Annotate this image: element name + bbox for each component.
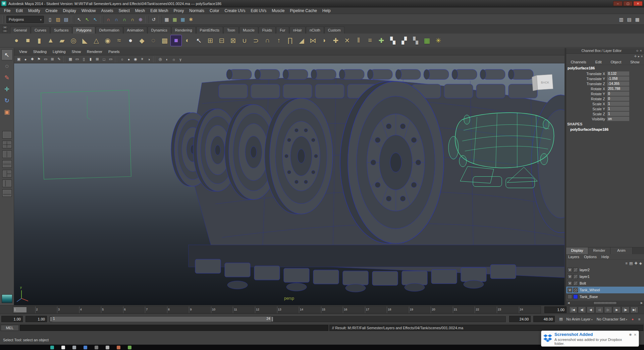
subdiv-proxy-icon[interactable]: ▩ bbox=[159, 35, 170, 46]
open-scene-icon[interactable]: ▨ bbox=[54, 15, 62, 23]
taskbar-app-icon[interactable] bbox=[50, 346, 54, 349]
menu-item[interactable]: Mesh bbox=[132, 7, 148, 14]
current-time-field[interactable]: 1.00 bbox=[544, 306, 567, 313]
channel-box-menu-item[interactable]: Channels bbox=[571, 60, 586, 64]
menu-item[interactable]: Color bbox=[207, 7, 222, 14]
persp-graph-layout[interactable] bbox=[2, 189, 12, 197]
range-start-handle[interactable] bbox=[50, 316, 52, 322]
poly-soccer-ball-icon[interactable]: ● bbox=[125, 35, 136, 46]
menu-item[interactable]: Select bbox=[116, 7, 132, 14]
layer-editor-tab[interactable]: Display bbox=[566, 247, 588, 254]
smooth-shade-mode-icon[interactable]: ● bbox=[125, 56, 132, 62]
shelf-tab[interactable]: Dynamics bbox=[148, 26, 171, 34]
poly-platonic-icon[interactable]: ◆ bbox=[136, 35, 148, 46]
channel-attribute-value[interactable]: -1.058 bbox=[607, 76, 629, 81]
maximize-button[interactable]: ▢ bbox=[623, 1, 633, 6]
shelf-tab[interactable]: Muscle bbox=[239, 26, 258, 34]
panel-menu-item[interactable]: Shading bbox=[30, 50, 50, 54]
group-separator[interactable] bbox=[159, 15, 162, 23]
menu-item[interactable]: Normals bbox=[186, 7, 207, 14]
layer-scrollbar[interactable]: ◀ ▶ bbox=[566, 301, 644, 305]
taskbar-app-icon[interactable] bbox=[72, 346, 76, 349]
menu-item[interactable]: Edit Mesh bbox=[148, 7, 171, 14]
extract-icon[interactable]: ⊠ bbox=[227, 35, 239, 46]
poly-cylinder-icon[interactable]: ▮ bbox=[34, 35, 45, 46]
paint-select-tool[interactable]: ✎ bbox=[1, 72, 13, 83]
layer-row[interactable]: V Bolt bbox=[566, 280, 644, 287]
shelf-tab[interactable]: General bbox=[10, 26, 31, 34]
scrollbar-handle[interactable] bbox=[593, 301, 617, 304]
snap-to-curve-icon[interactable]: ∩ bbox=[112, 15, 120, 23]
channel-attribute-value[interactable]: -14.355 bbox=[607, 81, 629, 86]
anim-layer-icon[interactable]: ▤ bbox=[557, 316, 564, 323]
layer-row[interactable]: V layer2 bbox=[566, 267, 644, 273]
select-by-object-icon[interactable]: ↖ bbox=[83, 15, 91, 23]
playback-start-field[interactable]: 1.00 bbox=[25, 316, 47, 322]
taskbar-app-icon[interactable] bbox=[95, 346, 98, 349]
menu-item[interactable]: Pipeline Cache bbox=[287, 7, 320, 14]
shelf-tab[interactable]: nHair bbox=[289, 26, 306, 34]
panel-menu-item[interactable]: View bbox=[16, 50, 30, 54]
poly-cube-icon[interactable]: ■ bbox=[22, 35, 34, 46]
layer-color-swatch[interactable] bbox=[573, 268, 578, 272]
isolate-select-icon[interactable]: ◎ bbox=[157, 56, 164, 62]
resolution-gate-icon[interactable]: ▯ bbox=[80, 56, 87, 62]
use-all-lights-icon[interactable]: ☀ bbox=[139, 56, 146, 62]
poly-helix-icon[interactable]: ≈ bbox=[113, 35, 125, 46]
poke-icon[interactable]: ✚ bbox=[330, 35, 341, 46]
outliner-persp-layout[interactable] bbox=[2, 180, 12, 187]
step-forward-frame-button[interactable]: |▶ bbox=[622, 306, 630, 313]
rotate-tool[interactable]: ↻ bbox=[1, 95, 13, 106]
wireframe-mode-icon[interactable]: ○ bbox=[119, 56, 125, 62]
scroll-right-icon[interactable]: ▶ bbox=[639, 301, 644, 304]
two-pane-stacked-layout[interactable] bbox=[2, 160, 12, 168]
snap-to-grid-icon[interactable]: ∩ bbox=[104, 15, 112, 23]
menu-item[interactable]: Modify bbox=[25, 7, 43, 14]
lasso-tool[interactable]: ◌ bbox=[1, 61, 13, 72]
bookmark-icon[interactable]: ⚑ bbox=[36, 56, 42, 62]
channel-box-menu-item[interactable]: Show bbox=[630, 60, 640, 64]
extrude-icon[interactable]: ↑ bbox=[273, 35, 284, 46]
render-view-icon[interactable]: ▦ bbox=[163, 15, 171, 23]
film-gate-icon[interactable]: ▭ bbox=[74, 56, 80, 62]
shelf-tab[interactable]: Fluids bbox=[259, 26, 276, 34]
safe-action-icon[interactable]: □ bbox=[101, 56, 107, 62]
poly-pyramid-icon[interactable]: △ bbox=[91, 35, 102, 46]
smooth-mesh-icon[interactable]: ◌ bbox=[148, 35, 159, 46]
select-tool[interactable]: ↖ bbox=[1, 49, 13, 60]
group-separator[interactable] bbox=[71, 15, 74, 23]
sphere-projection-icon[interactable]: ◐ bbox=[182, 35, 193, 46]
taskbar-app-icon[interactable] bbox=[84, 346, 87, 349]
menu-item[interactable]: Proxy bbox=[171, 7, 187, 14]
uv-checker-c-icon[interactable]: ▚ bbox=[410, 35, 421, 46]
shelf-tab[interactable]: Toon bbox=[223, 26, 239, 34]
step-back-frame-button[interactable]: ◀| bbox=[578, 306, 586, 313]
poly-pipe-icon[interactable]: ◉ bbox=[102, 35, 113, 46]
layer-editor-tab[interactable]: Anim bbox=[610, 247, 633, 254]
render-settings-icon[interactable]: ✱ bbox=[187, 15, 195, 23]
menu-item[interactable]: Create bbox=[43, 7, 60, 14]
shadows-icon[interactable]: ◑ bbox=[146, 56, 152, 62]
layer-row[interactable]: Tank_Base bbox=[566, 293, 644, 300]
layer-color-swatch[interactable] bbox=[573, 274, 578, 279]
channel-attribute-value[interactable]: 1 bbox=[607, 112, 629, 116]
layer-color-swatch[interactable] bbox=[573, 294, 578, 299]
single-pane-layout[interactable] bbox=[2, 131, 12, 138]
animation-start-field[interactable]: 1.00 bbox=[1, 316, 23, 322]
smooth-proxy-icon[interactable]: ■ bbox=[170, 35, 182, 46]
character-set-menu[interactable]: No Character Set bbox=[597, 317, 627, 321]
poly-torus-icon[interactable]: ◎ bbox=[68, 35, 79, 46]
channel-attribute-value[interactable]: 201.788 bbox=[607, 86, 629, 91]
layer-row[interactable]: V Tank_Wheel bbox=[566, 287, 644, 293]
image-plane-icon[interactable]: ▭ bbox=[42, 56, 49, 62]
channel-attribute-value[interactable]: 1 bbox=[607, 107, 629, 111]
poly-prism-icon[interactable]: ◣ bbox=[79, 35, 91, 46]
combine-icon[interactable]: ⊞ bbox=[205, 35, 216, 46]
anim-layer-menu[interactable]: No Anim Layer bbox=[566, 317, 592, 321]
separate-icon[interactable]: ⊟ bbox=[216, 35, 227, 46]
new-scene-icon[interactable]: ▯ bbox=[46, 15, 54, 23]
show-tool-settings-icon[interactable]: ▦ bbox=[633, 15, 641, 23]
channel-attribute-value[interactable]: 0 bbox=[607, 92, 629, 96]
layer-row[interactable]: V layer1 bbox=[566, 273, 644, 280]
shelf-tab[interactable]: Fur bbox=[276, 26, 289, 34]
